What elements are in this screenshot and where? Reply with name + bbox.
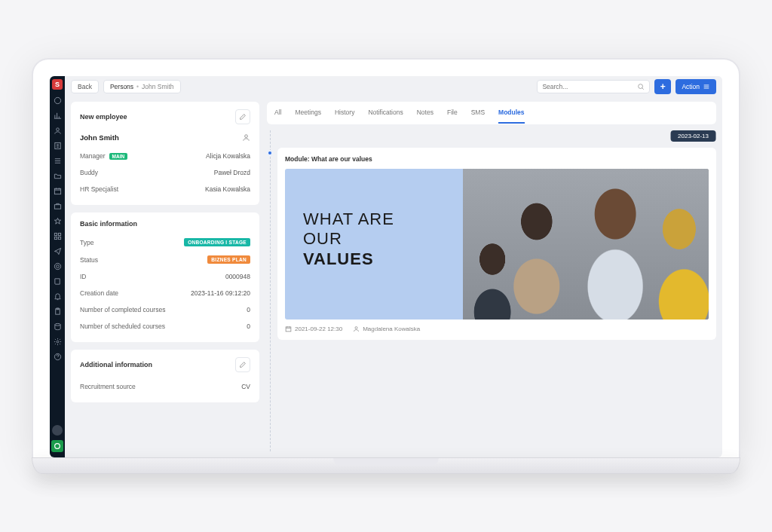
id-label: ID [80,273,87,280]
tab-modules[interactable]: Modules [498,102,524,124]
module-meta: 2021-09-22 12:30 Magdalena Kowalska [285,326,709,332]
nav-help-icon[interactable] [52,351,63,362]
module-card[interactable]: Module: What are our values WHAT ARE OUR… [277,148,716,340]
nav-users-icon[interactable] [52,125,63,136]
buddy-row: Buddy Paweł Drozd [80,164,250,181]
hr-value: Kasia Kowalska [205,185,250,193]
id-row: ID 0000948 [80,268,250,285]
tab-notifications[interactable]: Notifications [368,102,403,124]
search-input[interactable] [542,83,637,90]
laptop-mockup: S [32,58,740,474]
edit-additional-button[interactable] [235,357,250,372]
nav-clipboard-icon[interactable] [52,306,63,316]
timeline: 2023-02-13 Module: What are our values W… [267,130,716,451]
svg-point-9 [54,263,60,269]
calendar-icon [285,326,292,332]
pencil-icon [239,361,247,368]
breadcrumb-current: John Smith [142,83,174,90]
tab-file[interactable]: File [447,102,458,124]
module-hero: WHAT ARE OUR VALUES [285,169,709,320]
nav-status-icon[interactable] [51,440,63,452]
scheduled-row: Number of scheduled courses 0 [80,318,250,335]
topbar: Back Persons • John Smith + Action [65,76,722,97]
action-button[interactable]: Action [676,79,716,94]
nav-target-icon[interactable] [52,261,63,271]
scheduled-label: Number of scheduled courses [80,323,165,330]
source-row: Recruitment source CV [80,378,250,395]
nav-bell-icon[interactable] [52,291,63,301]
nav-chart-icon[interactable] [52,110,63,121]
additional-info-heading: Additional information [80,361,152,368]
right-column: All Meetings History Notifications Notes… [267,102,716,451]
nav-dashboard-icon[interactable] [52,95,63,105]
type-row: Type ONBOARDING I STAGE [80,234,250,251]
svg-rect-6 [58,233,60,235]
timeline-line [270,130,271,451]
module-title: Module: What are our values [285,155,709,163]
add-button[interactable]: + [654,79,671,94]
user-avatar[interactable] [52,425,63,436]
nav-database-icon[interactable] [52,321,63,332]
completed-label: Number of completed courses [80,306,165,313]
nav-briefcase-icon[interactable] [52,200,63,211]
breadcrumb-separator: • [136,83,139,90]
buddy-value: Paweł Drozd [214,169,250,176]
menu-icon [703,83,710,90]
hero-photo [463,169,709,320]
main-badge: MAIN [109,153,128,160]
svg-rect-5 [54,233,57,235]
back-button[interactable]: Back [71,80,99,93]
tab-sms[interactable]: SMS [471,102,485,124]
laptop-base [32,457,740,474]
module-meta-author: Magdalena Kowalska [363,326,420,332]
breadcrumb[interactable]: Persons • John Smith [103,80,181,93]
laptop-notch [333,458,439,466]
svg-rect-19 [286,327,291,332]
tab-notes[interactable]: Notes [417,102,433,124]
nav-star-icon[interactable] [52,216,63,226]
nav-calendar-icon[interactable] [52,185,63,196]
basic-info-panel: Basic information Type ONBOARDING I STAG… [71,212,259,342]
manager-value: Alicja Kowalska [206,152,250,160]
module-meta-date: 2021-09-22 12:30 [295,326,342,332]
svg-point-16 [55,444,60,449]
tab-all[interactable]: All [274,102,281,124]
left-column: New employee John Smith [71,102,259,451]
svg-point-0 [54,97,60,103]
timeline-date-pill: 2023-02-13 [670,130,716,142]
person-icon [353,326,360,332]
svg-point-17 [639,84,643,89]
scheduled-value: 0 [247,323,250,330]
svg-point-1 [56,127,59,130]
status-row: Status BIZNES PLAN [80,251,250,268]
nav-grid-icon[interactable] [52,231,63,241]
nav-book-icon[interactable] [52,276,63,286]
employee-panel: New employee John Smith [71,102,259,205]
svg-point-13 [54,323,60,326]
app-logo[interactable]: S [52,79,63,90]
nav-gear-icon[interactable] [52,336,63,347]
id-value: 0000948 [225,273,250,280]
content-grid: New employee John Smith [65,97,722,457]
completed-value: 0 [247,306,250,313]
tab-meetings[interactable]: Meetings [295,102,321,124]
edit-employee-button[interactable] [235,109,250,124]
svg-rect-7 [54,237,57,239]
created-value: 2023-11-16 09:12:20 [191,289,250,297]
nav-list-icon[interactable] [52,155,63,166]
hero-text: WHAT ARE OUR VALUES [303,209,394,269]
source-label: Recruitment source [80,383,136,390]
svg-rect-4 [54,204,60,209]
tab-history[interactable]: History [335,102,354,124]
breadcrumb-root: Persons [110,83,133,90]
nav-folder-icon[interactable] [52,170,63,181]
nav-building-icon[interactable] [52,140,63,151]
svg-rect-3 [54,188,60,194]
search-box[interactable] [537,80,650,93]
status-badge: BIZNES PLAN [207,255,250,264]
employee-panel-heading: New employee [80,113,127,121]
nav-send-icon[interactable] [52,246,63,256]
action-button-label: Action [682,83,700,90]
hr-label: HR Specjalist [80,185,118,193]
laptop-screen: S [32,58,740,457]
